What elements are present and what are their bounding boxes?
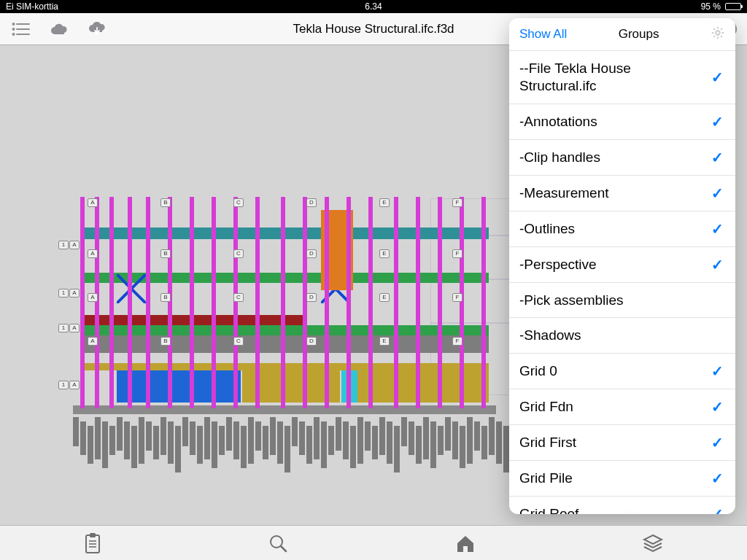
group-row-label: Grid Pile — [519, 470, 580, 487]
group-row[interactable]: Grid Pile✓ — [509, 460, 735, 496]
clipboard-icon[interactable] — [83, 532, 102, 554]
check-icon: ✓ — [709, 220, 725, 238]
document-title: Tekla House Structural.ifc.f3d — [293, 22, 454, 36]
show-all-button[interactable]: Show All — [519, 27, 567, 42]
svg-point-3 — [12, 23, 15, 26]
check-icon: ✓ — [709, 149, 725, 166]
group-row-label: -Annotations — [519, 113, 605, 131]
popover-title: Groups — [619, 27, 659, 42]
check-icon: ✓ — [709, 505, 725, 514]
check-icon: ✓ — [710, 69, 725, 86]
svg-point-5 — [12, 33, 15, 36]
search-icon[interactable] — [268, 533, 288, 553]
check-icon: ✓ — [709, 470, 725, 487]
status-time: 6.34 — [365, 1, 382, 12]
check-icon: ✓ — [709, 184, 725, 202]
group-row-label: -Pick assemblies — [519, 292, 631, 309]
group-row[interactable]: -Shadows — [509, 317, 735, 353]
svg-point-11 — [716, 31, 719, 34]
group-row[interactable]: Grid 0✓ — [509, 353, 735, 389]
group-row-label: Grid Roof — [519, 505, 586, 514]
battery-percent: 95 % — [701, 1, 721, 12]
group-row[interactable]: --File Tekla House Structural.ifc✓ — [509, 50, 735, 104]
group-row[interactable]: -Annotations✓ — [509, 104, 735, 139]
bottom-toolbar — [0, 525, 747, 560]
core-wall — [321, 210, 353, 290]
status-bar: Ei SIM-korttia 6.34 95 % — [0, 0, 747, 13]
svg-line-18 — [281, 546, 286, 551]
status-right: 95 % — [701, 1, 741, 12]
check-icon: ✓ — [709, 398, 725, 416]
group-row[interactable]: Grid First✓ — [509, 424, 735, 460]
layers-icon[interactable] — [642, 533, 664, 553]
group-row-label: Grid First — [519, 434, 584, 451]
check-icon: ✓ — [709, 362, 725, 380]
group-row-label: -Clip handles — [519, 149, 608, 166]
popover-gear-icon[interactable] — [711, 26, 725, 43]
home-icon[interactable] — [454, 533, 476, 553]
cloud-icon[interactable] — [50, 23, 69, 36]
group-row[interactable]: -Outlines✓ — [509, 211, 735, 246]
group-row[interactable]: -Measurement✓ — [509, 175, 735, 211]
group-row-label: -Perspective — [519, 256, 604, 273]
group-row-label: --File Tekla House Structural.ifc — [519, 60, 710, 95]
group-row-label: -Measurement — [519, 184, 616, 202]
status-sim: Ei SIM-korttia — [6, 1, 58, 12]
group-row[interactable]: -Perspective✓ — [509, 246, 735, 282]
popover-header: Show All Groups — [509, 18, 735, 50]
group-row[interactable]: -Clip handles✓ — [509, 139, 735, 175]
group-row-label: Grid Fdn — [519, 398, 581, 416]
group-row-label: Grid 0 — [519, 362, 565, 380]
check-icon: ✓ — [709, 256, 725, 273]
group-row[interactable]: Grid Fdn✓ — [509, 389, 735, 424]
svg-point-4 — [12, 28, 15, 31]
group-row[interactable]: Grid Roof✓ — [509, 496, 735, 514]
list-icon[interactable] — [12, 22, 31, 36]
group-row-label: -Outlines — [519, 220, 582, 238]
battery-icon — [725, 3, 741, 10]
cloud-download-icon[interactable] — [88, 22, 107, 36]
check-icon: ✓ — [709, 434, 725, 451]
check-icon: ✓ — [709, 113, 725, 131]
groups-popover: Show All Groups --File Tekla House Struc… — [509, 18, 735, 514]
group-row[interactable]: -Pick assemblies — [509, 282, 735, 318]
groups-list[interactable]: --File Tekla House Structural.ifc✓-Annot… — [509, 50, 735, 514]
svg-rect-13 — [90, 533, 96, 537]
group-row-label: -Shadows — [519, 327, 589, 344]
